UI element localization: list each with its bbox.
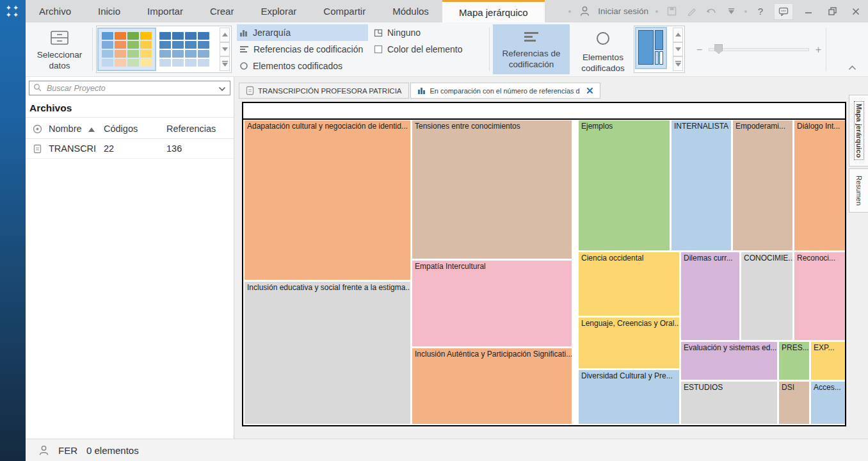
zoom-in-label[interactable]: + bbox=[816, 44, 821, 56]
menu-archivo[interactable]: Archivo bbox=[26, 0, 84, 22]
treemap-cell[interactable]: Dilemas curr... bbox=[681, 252, 739, 340]
treemap-cell[interactable]: Diversidad Cultural y Pre... bbox=[579, 370, 679, 424]
side-tab-2[interactable]: Resumen bbox=[849, 168, 868, 213]
palette-color bbox=[159, 32, 171, 40]
person-icon bbox=[38, 445, 49, 456]
collapse-ribbon-button[interactable] bbox=[845, 62, 859, 74]
gallery-up-button[interactable] bbox=[220, 28, 230, 42]
chevron-down-icon[interactable] bbox=[218, 83, 226, 94]
color-option-1[interactable]: Ninguno bbox=[371, 24, 468, 41]
dot-separator bbox=[655, 10, 658, 13]
treemap-cell[interactable]: Ciencia occidental bbox=[579, 252, 679, 316]
menu-modulos[interactable]: Módulos bbox=[379, 0, 442, 22]
nvivo-logo-icon[interactable]: ✦✦✦✦ bbox=[0, 4, 26, 19]
size-option-1[interactable]: Jerarquía bbox=[237, 24, 368, 41]
gallery-more-button[interactable] bbox=[673, 56, 683, 71]
person-icon bbox=[579, 6, 590, 17]
treemap-cell[interactable]: Diálogo Int... bbox=[794, 120, 845, 250]
select-data-button[interactable]: Seleccionar datos bbox=[29, 25, 90, 74]
treemap-cell[interactable]: Lenguaje, Creencias y Oral... bbox=[579, 318, 679, 368]
zoom-track[interactable] bbox=[709, 48, 808, 51]
zoom-out-label[interactable]: − bbox=[696, 44, 702, 56]
customize-toolbar-button[interactable] bbox=[725, 4, 737, 19]
grid-icon bbox=[374, 29, 383, 37]
color-option-2[interactable]: Color del elemento bbox=[371, 41, 468, 58]
edit-button[interactable] bbox=[685, 4, 698, 19]
palette-color bbox=[127, 59, 139, 67]
search-input[interactable] bbox=[45, 83, 214, 93]
restore-button[interactable] bbox=[824, 3, 840, 20]
palette-multicolor-swatch[interactable] bbox=[99, 29, 155, 70]
treemap-cell[interactable]: Empatía Intercultural bbox=[412, 261, 572, 346]
gallery-more-icon bbox=[222, 61, 228, 67]
bigbutton-1[interactable]: Referencias de codificación bbox=[493, 24, 570, 74]
treemap-cell[interactable]: Ejemplos bbox=[579, 120, 670, 250]
treemap-cell-label: Acces... bbox=[814, 383, 841, 392]
palette-color bbox=[115, 59, 126, 67]
help-button[interactable]: ? bbox=[754, 4, 767, 19]
menu-crear[interactable]: Crear bbox=[197, 0, 248, 22]
close-button[interactable] bbox=[848, 3, 864, 20]
treemap-cell[interactable]: Acces... bbox=[811, 382, 845, 424]
checkbox-icon[interactable] bbox=[374, 45, 383, 54]
minimize-button[interactable] bbox=[800, 3, 817, 20]
column-references[interactable]: Referencias bbox=[166, 124, 234, 134]
size-option-3[interactable]: Elementos codificados bbox=[237, 58, 368, 74]
treemap-cell[interactable]: ESTUDIOS bbox=[681, 382, 777, 424]
gallery-up-button[interactable] bbox=[673, 28, 683, 42]
ribbon-tab-mapa-jerarquico[interactable]: Mapa jerárquico bbox=[442, 0, 545, 22]
treemap-cell[interactable]: Adapatación cultural y negociación de id… bbox=[245, 120, 410, 280]
layout-thumbnail[interactable] bbox=[636, 28, 666, 68]
column-name[interactable]: Nombre bbox=[49, 124, 82, 134]
treemap-cell[interactable]: Tensiones entre conocimientos bbox=[412, 120, 572, 259]
treemap-cell-label: EXP... bbox=[814, 343, 834, 352]
treemap-cell-label: Reconoci... bbox=[797, 254, 835, 263]
table-header[interactable]: Nombre Códigos Referencias bbox=[26, 119, 234, 139]
close-tab-button[interactable] bbox=[586, 87, 593, 94]
menu-inicio[interactable]: Inicio bbox=[84, 0, 134, 22]
bigbutton-2[interactable]: Elementos codificados bbox=[571, 24, 635, 74]
treemap-cell[interactable]: EXP... bbox=[811, 342, 845, 380]
treemap-cell[interactable]: Reconoci... bbox=[794, 252, 845, 340]
treemap-cell-label: Empatía Intercultural bbox=[415, 262, 486, 271]
file-row[interactable]: TRANSCRI22136 bbox=[26, 139, 234, 159]
menu-explorar[interactable]: Explorar bbox=[247, 0, 310, 22]
size-option-2[interactable]: Referencias de codificación bbox=[237, 41, 368, 58]
doc-tab-label: TRANSCRIPCIÓN PROFESORA PATRICIA bbox=[258, 87, 402, 95]
sort-ascending-icon[interactable] bbox=[88, 124, 95, 134]
side-tab-1[interactable]: Mapa jerárquico bbox=[849, 95, 868, 166]
treemap-cell[interactable]: INTERNALISTA bbox=[671, 120, 731, 250]
palette-color bbox=[159, 50, 171, 58]
option-label: Color del elemento bbox=[387, 44, 463, 54]
treemap-cell[interactable]: DSI bbox=[779, 382, 809, 424]
treemap-cell[interactable]: Evaluación y sistemas ed... bbox=[681, 342, 777, 380]
save-button[interactable] bbox=[665, 4, 678, 19]
document-tabs: TRANSCRIPCIÓN PROFESORA PATRICIAEn compa… bbox=[239, 83, 600, 99]
feedback-button[interactable] bbox=[774, 3, 793, 20]
treemap-cell[interactable]: Inclusión educativa y social frente a la… bbox=[245, 282, 410, 424]
project-search[interactable] bbox=[29, 81, 230, 95]
gallery-more-button[interactable] bbox=[220, 56, 230, 71]
close-tab-icon[interactable] bbox=[586, 87, 593, 94]
palette-color bbox=[185, 50, 197, 58]
palette-monochrome-swatch[interactable] bbox=[156, 29, 213, 70]
menu-compartir[interactable]: Compartir bbox=[310, 0, 379, 22]
chevron-down-icon[interactable] bbox=[218, 86, 226, 92]
sign-in-label[interactable]: Iniciar sesión bbox=[598, 6, 648, 16]
column-codes[interactable]: Códigos bbox=[104, 124, 166, 134]
doc-tab-1[interactable]: TRANSCRIPCIÓN PROFESORA PATRICIA bbox=[239, 83, 409, 99]
gallery-down-button[interactable] bbox=[673, 42, 683, 57]
doc-tab-2[interactable]: En comparación con el número de referenc… bbox=[410, 83, 600, 99]
zoom-thumb[interactable] bbox=[714, 44, 723, 54]
treemap-cell[interactable]: CONOCIMIE... bbox=[741, 252, 792, 340]
menu-importar[interactable]: Importar bbox=[134, 0, 197, 22]
gallery-more-icon bbox=[675, 61, 681, 67]
undo-button[interactable] bbox=[705, 4, 718, 19]
treemap-cell[interactable]: PRES... bbox=[779, 342, 809, 380]
sign-in-button[interactable] bbox=[578, 4, 591, 19]
gallery-down-button[interactable] bbox=[220, 42, 230, 57]
option-label: Ninguno bbox=[387, 28, 421, 38]
treemap-cell[interactable]: Inclusión Auténtica y Participación Sign… bbox=[412, 348, 572, 424]
treemap-cell[interactable]: Empoderami... bbox=[733, 120, 792, 250]
bigbutton-label: Elementos codificados bbox=[571, 52, 635, 74]
